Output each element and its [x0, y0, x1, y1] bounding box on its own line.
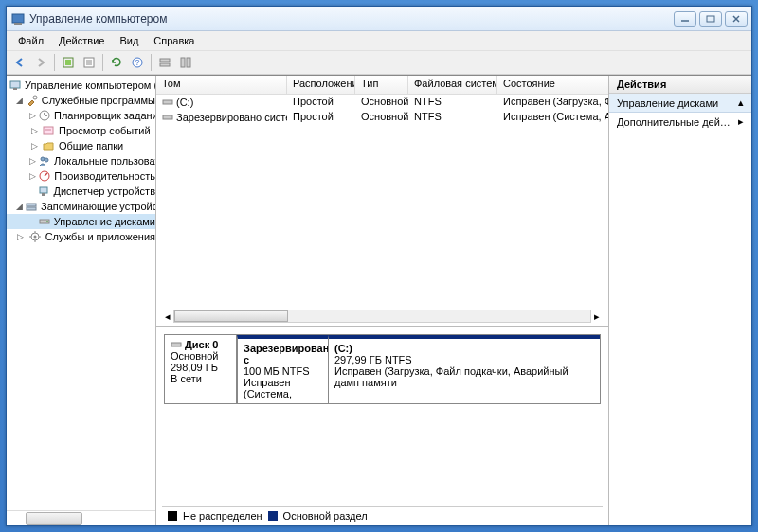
tree-label: Управление дисками: [54, 216, 155, 227]
svg-rect-14: [160, 59, 170, 62]
tree-task-scheduler[interactable]: ▷ Планировщик задани: [7, 108, 155, 123]
menu-action[interactable]: Действие: [51, 33, 112, 48]
clock-icon: [38, 108, 51, 123]
tree-shared-folders[interactable]: ▷ Общие папки: [7, 138, 155, 153]
svg-rect-24: [44, 127, 53, 134]
partition-status: Исправен (Система,: [244, 377, 322, 399]
expand-icon[interactable]: ▷: [29, 141, 39, 151]
volume-row[interactable]: Зарезервировано системой Простой Основно…: [156, 110, 608, 125]
svg-rect-0: [12, 14, 24, 23]
navigation-tree[interactable]: Управление компьютером (л ◢ Служебные пр…: [7, 76, 155, 510]
expand-icon[interactable]: ▷: [29, 126, 39, 135]
scroll-left-icon[interactable]: ◂: [162, 310, 173, 323]
disk-row[interactable]: Диск 0 Основной 298,09 ГБ В сети Зарезер…: [164, 334, 601, 404]
tree-disk-management[interactable]: Управление дисками: [7, 214, 155, 229]
disk-mgmt-icon: [38, 214, 51, 229]
volume-row[interactable]: (C:) Простой Основной NTFS Исправен (Заг…: [156, 95, 608, 110]
tree-label: Производительность: [54, 170, 155, 182]
actions-context[interactable]: Управление дисками ▴: [609, 94, 751, 113]
disk-graphical-pane: Диск 0 Основной 298,09 ГБ В сети Зарезер…: [156, 327, 608, 525]
actions-more[interactable]: Дополнительные дей… ▸: [609, 113, 751, 131]
col-type[interactable]: Тип: [355, 76, 408, 94]
volume-scrollbar[interactable]: ◂ ▸: [162, 309, 603, 324]
volume-status: Исправен (Загрузка, Фай: [497, 95, 608, 110]
svg-rect-3: [707, 16, 714, 22]
volume-layout: Простой: [287, 95, 355, 110]
forward-button[interactable]: [31, 53, 50, 72]
collapse-icon[interactable]: ◢: [16, 202, 23, 211]
tree-label: Диспетчер устройств: [53, 186, 155, 197]
svg-rect-16: [181, 58, 185, 67]
menu-view[interactable]: Вид: [112, 33, 146, 48]
disk-icon: [171, 339, 182, 350]
volume-status: Исправен (Система, Акти: [497, 110, 608, 125]
tree-root[interactable]: Управление компьютером (л: [7, 78, 155, 93]
device-icon: [37, 184, 50, 199]
tree-storage[interactable]: ◢ Запоминающие устройст: [7, 199, 155, 214]
svg-rect-42: [163, 100, 172, 104]
tree-performance[interactable]: ▷ Производительность: [7, 168, 155, 184]
svg-point-26: [41, 157, 45, 161]
tree-event-viewer[interactable]: ▷ Просмотр событий: [7, 123, 155, 138]
volume-header: Том Расположение Тип Файловая система Со…: [156, 76, 608, 95]
close-button[interactable]: [725, 11, 748, 27]
expand-icon[interactable]: ▷: [29, 156, 36, 166]
app-icon: [10, 11, 26, 27]
minimize-button[interactable]: [674, 11, 696, 27]
performance-icon: [38, 168, 51, 184]
partition-title: (C:): [334, 343, 594, 354]
expand-icon[interactable]: ▷: [29, 171, 36, 181]
volume-list: Том Расположение Тип Файловая система Со…: [156, 76, 608, 327]
back-button[interactable]: [10, 53, 29, 72]
maximize-button[interactable]: [699, 11, 722, 27]
tool-help-icon[interactable]: ?: [128, 53, 147, 72]
tree-label: Управление компьютером (л: [25, 80, 155, 91]
menu-help[interactable]: Справка: [146, 33, 202, 48]
svg-rect-30: [40, 187, 47, 193]
svg-rect-44: [171, 343, 181, 346]
tool-refresh-icon[interactable]: [107, 53, 126, 72]
tool-view1-icon[interactable]: [155, 53, 174, 72]
tools-icon: [26, 93, 39, 108]
events-icon: [41, 123, 56, 138]
col-status[interactable]: Состояние: [497, 76, 608, 94]
scrollbar-thumb[interactable]: [174, 310, 288, 322]
tool-scope-icon[interactable]: [59, 53, 78, 72]
main-content: Управление компьютером (л ◢ Служебные пр…: [7, 75, 751, 525]
tree-device-manager[interactable]: Диспетчер устройств: [7, 184, 155, 199]
expand-icon[interactable]: ▷: [29, 111, 36, 120]
svg-text:?: ?: [135, 58, 139, 67]
tree-services[interactable]: ▷ Службы и приложения: [7, 229, 155, 244]
col-filesystem[interactable]: Файловая система: [408, 76, 497, 94]
actions-context-label: Управление дисками: [617, 98, 718, 109]
svg-point-37: [33, 236, 36, 239]
volume-fs: NTFS: [408, 110, 497, 125]
tree-label: Просмотр событий: [59, 125, 151, 136]
col-layout[interactable]: Расположение: [287, 76, 355, 94]
partition-title: Зарезервировано с: [244, 343, 322, 365]
menu-file[interactable]: Файл: [10, 33, 51, 48]
tree-system-tools[interactable]: ◢ Служебные программы: [7, 93, 155, 108]
legend: Не распределен Основной раздел: [162, 506, 603, 523]
partition-size: 297,99 ГБ NTFS: [334, 354, 594, 365]
folder-share-icon: [41, 138, 56, 153]
disk-status: В сети: [171, 373, 230, 384]
scroll-right-icon[interactable]: ▸: [591, 310, 603, 323]
tree-local-users[interactable]: ▷ Локальные пользоват: [7, 153, 155, 168]
tree-scrollbar[interactable]: [7, 510, 155, 525]
svg-rect-33: [27, 207, 36, 210]
tool-view2-icon[interactable]: [176, 53, 195, 72]
col-volume[interactable]: Том: [156, 76, 287, 94]
collapse-icon[interactable]: ▴: [738, 97, 744, 109]
partition-c[interactable]: (C:) 297,99 ГБ NTFS Исправен (Загрузка, …: [328, 335, 600, 403]
scrollbar-track[interactable]: [173, 310, 591, 323]
scrollbar-thumb[interactable]: [26, 512, 82, 525]
services-icon: [27, 229, 43, 244]
svg-rect-43: [163, 115, 172, 119]
svg-rect-7: [65, 60, 71, 65]
collapse-icon[interactable]: ◢: [16, 96, 24, 105]
tool-properties-icon[interactable]: [80, 53, 99, 72]
partition-reserved[interactable]: Зарезервировано с 100 МБ NTFS Исправен (…: [237, 335, 328, 403]
legend-swatch-unallocated: [168, 511, 177, 521]
expand-icon[interactable]: ▷: [16, 232, 26, 241]
